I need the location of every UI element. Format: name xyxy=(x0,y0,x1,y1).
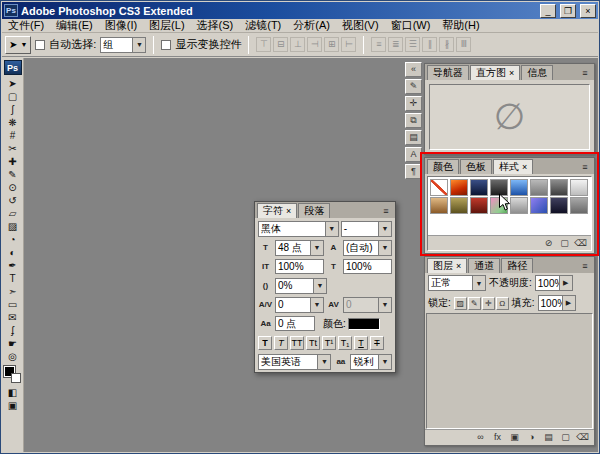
paragraph-panel-icon[interactable]: ¶ xyxy=(405,164,422,179)
leading-combo[interactable]: (自动) ▼ xyxy=(343,240,392,256)
tool-presets-panel-icon[interactable]: ✛ xyxy=(405,96,422,111)
menu-item-view[interactable]: 视图(V) xyxy=(336,18,385,33)
path-selection-tool[interactable]: ➣ xyxy=(3,285,23,298)
gradient-tool[interactable]: ▨ xyxy=(3,220,23,233)
chevron-down-icon[interactable]: ▼ xyxy=(378,241,391,255)
navigator-tab-navigator[interactable]: 导航器 xyxy=(427,65,469,80)
font-size-combo[interactable]: 48 点 ▼ xyxy=(275,240,324,256)
baseline-shift-field[interactable]: 0 点 xyxy=(275,316,315,331)
background-color-swatch[interactable] xyxy=(11,373,21,383)
chevron-down-icon[interactable]: ▼ xyxy=(325,222,338,236)
superscript-button[interactable]: T¹ xyxy=(322,336,336,350)
clear-style-button[interactable]: ⊘ xyxy=(542,237,555,250)
hand-tool[interactable]: ☛ xyxy=(3,337,23,350)
menu-item-analysis[interactable]: 分析(A) xyxy=(287,18,336,33)
close-tab-icon[interactable]: × xyxy=(456,262,461,271)
ps-logo[interactable]: Ps xyxy=(4,60,22,75)
navigator-tab-info[interactable]: 信息 xyxy=(521,65,553,80)
quick-selection-tool[interactable]: ❋ xyxy=(3,116,23,129)
underline-button[interactable]: T xyxy=(354,336,368,350)
style-swatch-11[interactable] xyxy=(470,197,488,214)
auto-select-checkbox[interactable] xyxy=(35,40,45,50)
distribute-vertical-centers-button[interactable]: ≣ xyxy=(388,37,403,52)
healing-brush-tool[interactable]: ✚ xyxy=(3,155,23,168)
close-button[interactable]: × xyxy=(580,4,596,18)
move-tool[interactable]: ➤ xyxy=(3,77,23,90)
quick-mask-button[interactable]: ◧ xyxy=(3,386,23,399)
proportional-spacing-combo[interactable]: 0% ▼ xyxy=(275,278,327,294)
color-picker-widget[interactable] xyxy=(4,366,21,383)
blend-mode-combo[interactable]: 正常 ▼ xyxy=(428,275,486,291)
text-color-swatch[interactable] xyxy=(348,318,380,330)
type-tool[interactable]: T xyxy=(3,272,23,285)
style-swatch-14[interactable] xyxy=(530,197,548,214)
zoom-tool[interactable]: ◎ xyxy=(3,350,23,363)
style-swatch-15[interactable] xyxy=(550,197,568,214)
tool-preset-picker[interactable]: ➤ ▼ xyxy=(5,36,31,54)
delete-layer-button[interactable]: ⌫ xyxy=(576,431,589,444)
layers-panel-menu-icon[interactable]: ≡ xyxy=(578,260,592,273)
notes-tool[interactable]: ✉ xyxy=(3,311,23,324)
new-layer-button[interactable]: ▢ xyxy=(559,431,572,444)
lasso-tool[interactable]: ʃ xyxy=(3,103,23,116)
layers-tab-layers[interactable]: 图层× xyxy=(427,258,467,273)
dodge-tool[interactable]: ◐ xyxy=(3,246,23,259)
menu-item-layer[interactable]: 图层(L) xyxy=(143,18,190,33)
small-caps-button[interactable]: Tt xyxy=(306,336,320,350)
show-transform-checkbox[interactable] xyxy=(161,40,171,50)
pen-tool[interactable]: ✒ xyxy=(3,259,23,272)
navigator-tab-histogram[interactable]: 直方图× xyxy=(470,65,520,80)
menu-item-edit[interactable]: 编辑(E) xyxy=(50,18,99,33)
layers-tab-channels[interactable]: 通道 xyxy=(468,258,500,273)
close-tab-icon[interactable]: × xyxy=(509,69,514,78)
fill-field[interactable]: 100% ▶ xyxy=(538,295,576,311)
lock-position-button[interactable]: ✛ xyxy=(482,297,495,310)
crop-tool[interactable]: # xyxy=(3,129,23,142)
style-swatch-7[interactable] xyxy=(550,179,568,196)
close-tab-icon[interactable]: × xyxy=(286,207,291,216)
chevron-down-icon[interactable]: ▼ xyxy=(310,241,323,255)
shape-tool[interactable]: ▭ xyxy=(3,298,23,311)
collapse-dock-chevron-icon[interactable]: « xyxy=(405,62,422,77)
new-style-button[interactable]: ▢ xyxy=(558,237,571,250)
style-swatch-16[interactable] xyxy=(570,197,588,214)
align-right-edges-button[interactable]: ⊢ xyxy=(341,37,356,52)
layer-group-button[interactable]: ▤ xyxy=(542,431,555,444)
character-tab-paragraph[interactable]: 段落 xyxy=(298,203,330,218)
distribute-horizontal-centers-button[interactable]: ∦ xyxy=(439,37,454,52)
eyedropper-tool[interactable]: ʄ xyxy=(3,324,23,337)
kerning-combo[interactable]: 0 ▼ xyxy=(275,297,324,313)
faux-italic-button[interactable]: T xyxy=(274,336,288,350)
style-swatch-3[interactable] xyxy=(470,179,488,196)
title-bar[interactable]: Ps Adobe Photoshop CS3 Extended _ ❐ × xyxy=(2,2,598,19)
delete-style-button[interactable]: ⌫ xyxy=(574,237,587,250)
character-tab-character[interactable]: 字符× xyxy=(257,203,297,218)
chevron-down-icon[interactable]: ▼ xyxy=(132,38,145,52)
subscript-button[interactable]: T₁ xyxy=(338,336,352,350)
faux-bold-button[interactable]: T xyxy=(258,336,272,350)
styles-panel-menu-icon[interactable]: ≡ xyxy=(578,161,592,174)
align-bottom-edges-button[interactable]: ⊥ xyxy=(290,37,305,52)
style-swatch-4[interactable] xyxy=(490,179,508,196)
menu-item-select[interactable]: 选择(S) xyxy=(191,18,240,33)
chevron-right-icon[interactable]: ▶ xyxy=(559,276,572,290)
rectangular-marquee-tool[interactable]: ▢ xyxy=(3,90,23,103)
horizontal-scale-field[interactable]: 100% xyxy=(343,259,392,274)
minimize-button[interactable]: _ xyxy=(540,4,556,18)
style-swatch-13[interactable] xyxy=(510,197,528,214)
eraser-tool[interactable]: ▱ xyxy=(3,207,23,220)
close-tab-icon[interactable]: × xyxy=(522,163,527,172)
align-vertical-centers-button[interactable]: ⊟ xyxy=(273,37,288,52)
brushes-panel-icon[interactable]: ✎ xyxy=(405,79,422,94)
font-style-combo[interactable]: - ▼ xyxy=(341,221,392,237)
maximize-button[interactable]: ❐ xyxy=(560,4,576,18)
styles-tab-color[interactable]: 颜色 xyxy=(427,159,459,174)
character-panel-menu-icon[interactable]: ≡ xyxy=(379,205,393,218)
chevron-down-icon[interactable]: ▼ xyxy=(378,355,391,369)
style-swatch-6[interactable] xyxy=(530,179,548,196)
style-swatch-9[interactable] xyxy=(430,197,448,214)
layers-tab-paths[interactable]: 路径 xyxy=(501,258,533,273)
character-panel-icon[interactable]: A xyxy=(405,147,422,162)
layers-list[interactable] xyxy=(426,313,593,429)
style-default-none[interactable] xyxy=(430,179,448,196)
